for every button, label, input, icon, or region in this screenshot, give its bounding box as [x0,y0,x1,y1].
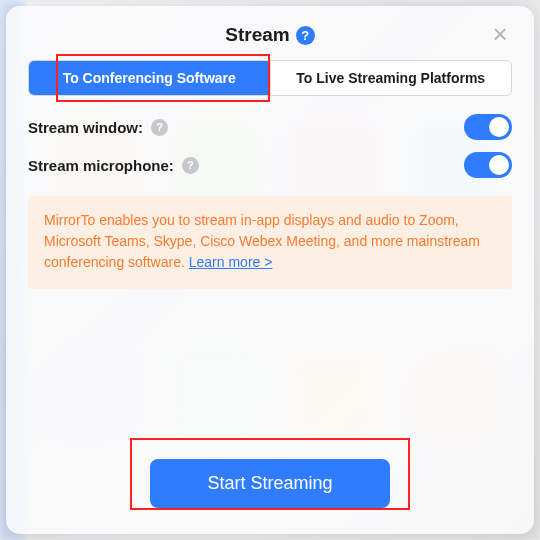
help-icon[interactable]: ? [296,26,315,45]
learn-more-link[interactable]: Learn more > [189,254,273,270]
help-icon[interactable]: ? [151,119,168,136]
row-label: Stream microphone: ? [28,157,199,174]
title-text: Stream [225,24,289,46]
help-icon[interactable]: ? [182,157,199,174]
tab-live-platforms[interactable]: To Live Streaming Platforms [270,61,512,95]
info-box: MirrorTo enables you to stream in-app di… [28,196,512,289]
cta-container: Start Streaming [6,459,534,508]
stream-microphone-toggle[interactable] [464,152,512,178]
row-label: Stream window: ? [28,119,168,136]
row-stream-microphone: Stream microphone: ? [28,152,512,178]
modal-header: Stream ? × [28,24,512,46]
stream-window-toggle[interactable] [464,114,512,140]
stream-microphone-label: Stream microphone: [28,157,174,174]
stream-modal: Stream ? × To Conferencing Software To L… [6,6,534,534]
row-stream-window: Stream window: ? [28,114,512,140]
mode-tabs: To Conferencing Software To Live Streami… [28,60,512,96]
start-streaming-button[interactable]: Start Streaming [150,459,390,508]
stream-window-label: Stream window: [28,119,143,136]
tab-conferencing[interactable]: To Conferencing Software [29,61,270,95]
modal-title: Stream ? [225,24,314,46]
close-icon[interactable]: × [488,24,512,48]
